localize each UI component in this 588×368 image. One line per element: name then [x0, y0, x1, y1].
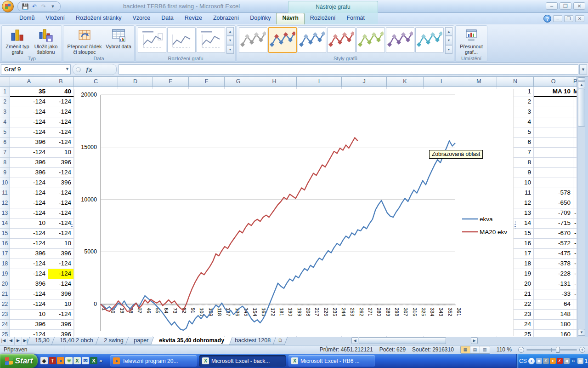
- cell-P23[interactable]: [573, 310, 577, 320]
- row-header-5[interactable]: 5: [0, 127, 10, 138]
- insert-function-icon[interactable]: ƒx: [85, 66, 92, 73]
- cell-O11[interactable]: -578: [534, 188, 573, 198]
- column-header-f[interactable]: F: [189, 77, 225, 87]
- tray-chevron-icon[interactable]: ‹: [528, 358, 535, 364]
- quicklaunch-icon-4[interactable]: ✳: [65, 357, 73, 364]
- tab-doplnky[interactable]: Doplňky: [244, 13, 276, 24]
- column-header-h[interactable]: H: [252, 77, 297, 87]
- tray-audio-icon[interactable]: ◀: [564, 358, 570, 364]
- zoom-out-icon[interactable]: −: [518, 347, 524, 353]
- gallery-down-icon[interactable]: ▼: [226, 36, 234, 45]
- cell-B2[interactable]: -124: [48, 97, 74, 107]
- cell-P24[interactable]: [573, 320, 577, 330]
- row-header-2[interactable]: 2: [0, 97, 10, 107]
- cell-B16[interactable]: 10: [48, 239, 74, 249]
- cell-O23[interactable]: 148: [534, 310, 573, 320]
- tray-volume-muted-icon[interactable]: ✗: [543, 358, 549, 364]
- quicklaunch-icon-1[interactable]: ◈: [40, 357, 48, 364]
- column-header-l[interactable]: L: [424, 77, 461, 87]
- scrollbar-split-handle[interactable]: [578, 77, 585, 81]
- gallery-up-icon[interactable]: ▲: [445, 27, 452, 36]
- workbook-close-button[interactable]: ✕: [575, 15, 584, 22]
- column-header-k[interactable]: K: [387, 77, 424, 87]
- row-header-22[interactable]: 22: [0, 299, 10, 310]
- sheet-nav-icon-2[interactable]: ◀: [7, 337, 15, 345]
- column-header-i[interactable]: I: [297, 77, 342, 87]
- row-header-12[interactable]: 12: [0, 198, 10, 208]
- cell-B3[interactable]: -124: [48, 107, 74, 117]
- workbook-restore-button[interactable]: ❐: [564, 15, 573, 22]
- cell-A22[interactable]: -124: [10, 299, 48, 310]
- workbook-minimize-button[interactable]: –: [553, 15, 562, 22]
- select-data-button[interactable]: Vybrat data: [104, 27, 133, 55]
- cell-B10[interactable]: 396: [48, 178, 74, 188]
- cell-O14[interactable]: -715: [534, 218, 573, 229]
- column-header-g[interactable]: G: [225, 77, 252, 87]
- cell-P16[interactable]: -: [573, 239, 577, 249]
- gallery-up-icon[interactable]: ▲: [226, 27, 234, 36]
- series-line-ma20-ekv[interactable]: [101, 138, 358, 311]
- cell-A18[interactable]: -124: [10, 259, 48, 269]
- cell-O22[interactable]: 64: [534, 299, 573, 310]
- cell-A19[interactable]: -124: [10, 269, 48, 279]
- chart-style-option-1[interactable]: [239, 27, 267, 53]
- tray-connection-icon[interactable]: ▦: [577, 358, 583, 364]
- tab-data[interactable]: Data: [156, 13, 179, 24]
- task-button-microsoft-excel-rb6[interactable]: XMicrosoft Excel - RB6 ...: [288, 355, 375, 367]
- quicklaunch-icon-6[interactable]: ✉: [82, 357, 89, 364]
- row-header-16[interactable]: 16: [0, 239, 10, 249]
- sheet-tab-backtest-1208[interactable]: backtest 1208: [226, 337, 278, 345]
- cell-A11[interactable]: -124: [10, 188, 48, 198]
- cell-A17[interactable]: 396: [10, 249, 48, 259]
- column-header-n[interactable]: N: [497, 77, 534, 87]
- scroll-right-icon[interactable]: ▶: [471, 337, 478, 344]
- cell-A16[interactable]: -124: [10, 239, 48, 249]
- chart-resize-handle-right[interactable]: [514, 221, 516, 229]
- cell-B8[interactable]: 396: [48, 158, 74, 168]
- scroll-left-icon[interactable]: ◀: [351, 337, 358, 344]
- cell-A23[interactable]: 10: [10, 310, 48, 320]
- cell-O18[interactable]: -378: [534, 259, 573, 269]
- cell-O25[interactable]: 160: [534, 330, 573, 337]
- chart-resize-handle-left[interactable]: [71, 221, 73, 229]
- row-header-8[interactable]: 8: [0, 158, 10, 168]
- cell-P9[interactable]: [573, 168, 577, 178]
- cell-O5[interactable]: [534, 127, 573, 138]
- row-header-6[interactable]: 6: [0, 138, 10, 148]
- row-header-15[interactable]: 15: [0, 229, 10, 239]
- hscrollbar-thumb[interactable]: [359, 337, 446, 344]
- cell-O12[interactable]: -650: [534, 198, 573, 208]
- cell-B22[interactable]: 10: [48, 299, 74, 310]
- row-header-25[interactable]: 25: [0, 330, 10, 337]
- chart-style-option-5[interactable]: [356, 27, 385, 53]
- cell-P1[interactable]: M: [573, 87, 577, 97]
- save-as-template-button[interactable]: Uložit jako šablonu: [32, 27, 60, 55]
- help-icon[interactable]: ?: [543, 15, 551, 23]
- sheet-tab-ekvita-35-40-dohromady[interactable]: ekvita 35,40 dohromady: [151, 337, 232, 345]
- cell-B6[interactable]: -124: [48, 138, 74, 148]
- switch-row-column-button[interactable]: Přepnout řádek či sloupec: [65, 27, 104, 55]
- cell-A13[interactable]: -124: [10, 208, 48, 218]
- name-box[interactable]: Graf 9 ▼: [1, 64, 71, 75]
- cell-A3[interactable]: -124: [10, 107, 48, 117]
- language-indicator[interactable]: CS: [519, 358, 527, 364]
- tray-update-icon[interactable]: ●: [550, 358, 556, 364]
- cell-P8[interactable]: [573, 158, 577, 168]
- cell-P3[interactable]: [573, 107, 577, 117]
- cell-A14[interactable]: 10: [10, 218, 48, 229]
- cell-A4[interactable]: -124: [10, 117, 48, 127]
- tab-rozlozeni-stranky[interactable]: Rozložení stránky: [70, 13, 127, 24]
- minimize-button[interactable]: –: [546, 2, 558, 10]
- row-header-24[interactable]: 24: [0, 320, 10, 330]
- chart-style-option-4[interactable]: [327, 27, 356, 53]
- row-header-17[interactable]: 17: [0, 249, 10, 259]
- normal-view-button[interactable]: ▦: [461, 346, 470, 353]
- close-button[interactable]: ✕: [573, 2, 585, 10]
- row-header-7[interactable]: 7: [0, 148, 10, 158]
- page-break-view-button[interactable]: ▥: [480, 346, 490, 353]
- tab-rozlozeni[interactable]: Rozložení: [305, 13, 341, 24]
- scroll-down-icon[interactable]: ▼: [578, 329, 585, 336]
- cell-B4[interactable]: -124: [48, 117, 74, 127]
- cell-B11[interactable]: -124: [48, 188, 74, 198]
- chart-layout-option-3[interactable]: [197, 27, 225, 53]
